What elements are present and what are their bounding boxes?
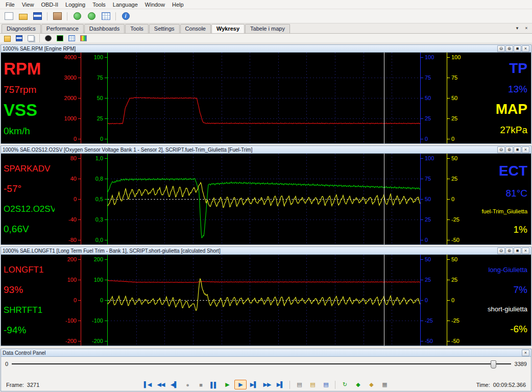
gauge-button[interactable] (43, 34, 54, 43)
tab-performance[interactable]: Performance (41, 24, 84, 33)
info-button[interactable] (119, 10, 132, 22)
log-new-button[interactable]: ▤ (293, 380, 305, 389)
axis-tick-label: 0,8 (95, 176, 103, 182)
axis-tick-label: 0,3 (95, 216, 103, 223)
slider-thumb[interactable] (491, 360, 496, 369)
channel-label-sparkadv: SPARKADV (4, 164, 50, 173)
tab-settings[interactable]: Settings (149, 24, 180, 33)
plot-area[interactable] (108, 53, 420, 143)
chart-panel-titlebar[interactable]: 1000% SAE.LONGFT1 [Long Term Fuel Trim -… (1, 247, 531, 255)
bookmark-button[interactable]: ◆ (352, 380, 364, 389)
tab-dashboards[interactable]: Dashboards (84, 24, 125, 33)
maximize-icon[interactable]: ■ (514, 248, 521, 254)
menu-window[interactable]: Window (141, 1, 168, 8)
axis-tick (105, 280, 107, 280)
copy-button[interactable] (26, 34, 36, 43)
close-icon[interactable]: × (522, 248, 529, 254)
frame-label: Frame: (6, 382, 24, 388)
close-icon[interactable]: × (522, 45, 529, 52)
chart-panel-titlebar[interactable]: 1000% SAE.RPM [Engine RPM] ⊖⊕■× (1, 45, 531, 53)
zoom-out-icon[interactable]: ⊖ (497, 146, 505, 153)
gear2-button[interactable] (85, 10, 98, 22)
new-button[interactable] (2, 10, 15, 22)
tab-tools[interactable]: Tools (125, 24, 149, 33)
tab-scroll-icon[interactable]: ▾ (513, 24, 521, 32)
menu-obd-ii[interactable]: OBD-II (37, 1, 62, 8)
save-button[interactable] (31, 10, 44, 22)
zoom-in-icon[interactable]: ⊕ (505, 45, 513, 52)
chart-canvas[interactable] (108, 53, 420, 143)
close-icon[interactable]: × (522, 146, 529, 153)
open-button[interactable] (2, 34, 13, 43)
fast-forward-button[interactable]: ▶▶ (261, 380, 273, 389)
step-forward-button[interactable]: ▶▌ (248, 380, 260, 389)
pause-button[interactable]: ▌▌ (208, 380, 220, 389)
gear1-button[interactable] (70, 10, 84, 22)
close-icon[interactable]: × (522, 350, 529, 356)
axis-tick-label: -80 (68, 237, 77, 243)
zoom-in-icon[interactable]: ⊕ (505, 146, 513, 153)
axis-tick (421, 280, 423, 280)
axis-tick (421, 321, 423, 321)
log-save-button[interactable]: ▤ (320, 380, 332, 389)
tab-wykresy[interactable]: Wykresy (211, 24, 245, 33)
skip-start-button[interactable]: ▌◀ (141, 380, 154, 389)
chart-canvas[interactable] (108, 154, 420, 244)
axis-tick-label: 40 (70, 176, 77, 182)
table-button[interactable] (66, 34, 77, 43)
meter-button[interactable] (51, 10, 64, 22)
grid-button[interactable] (99, 10, 112, 22)
copy-icon (28, 35, 34, 41)
tab-tabele-i-mapy[interactable]: Tabele i mapy (245, 24, 290, 33)
fast-rewind-button[interactable]: ◀◀ (155, 380, 167, 389)
plot-area[interactable] (108, 154, 420, 244)
toolbar-separator (39, 34, 40, 42)
chart-panel-fueltrim-longshort: 1000% SAE.LONGFT1 [Long Term Fuel Trim -… (1, 247, 531, 346)
save-button[interactable] (14, 34, 25, 43)
zoom-out-icon[interactable]: ⊖ (497, 45, 505, 52)
export-button[interactable]: ▦ (378, 380, 391, 389)
axis-tick (447, 78, 450, 78)
play-button[interactable]: ▶ (234, 380, 247, 389)
save-icon (33, 12, 42, 20)
loop-button[interactable]: ↻ (338, 380, 351, 389)
play-slow-button[interactable]: ▶ (221, 380, 233, 389)
maximize-icon[interactable]: ■ (514, 146, 521, 153)
marker-button[interactable]: ◆ (365, 380, 377, 389)
timeline-slider[interactable] (12, 359, 511, 369)
record-button[interactable]: ● (181, 380, 194, 389)
step-back-button[interactable]: ◀▌ (168, 380, 180, 389)
axis-left-outer: 01000200030004000 (55, 53, 81, 143)
tab-diagnostics[interactable]: Diagnostics (2, 24, 41, 33)
axis-right-inner: 0255075100 (420, 154, 447, 244)
axis-tick-label: -50 (425, 338, 433, 344)
chart-button[interactable] (55, 34, 65, 43)
stop-button[interactable]: ■ (195, 380, 207, 389)
menu-file[interactable]: File (2, 1, 18, 8)
axis-tick (78, 158, 81, 159)
log-open-button[interactable]: ▤ (306, 380, 319, 389)
zoom-in-icon[interactable]: ⊕ (505, 248, 513, 254)
tab-console[interactable]: Console (180, 24, 211, 33)
channel-label-6: -6% (510, 324, 527, 334)
menu-logging[interactable]: Logging (62, 1, 89, 8)
tab-close-icon[interactable]: × (522, 24, 530, 32)
plot-area[interactable] (108, 255, 420, 346)
skip-end-button[interactable]: ▶▌ (274, 380, 286, 389)
zoom-out-icon[interactable]: ⊖ (497, 248, 505, 254)
tab-controls: ▾× (513, 24, 530, 33)
open-button[interactable] (16, 10, 30, 22)
axis-left-inner: -200-1000100200 (81, 255, 108, 346)
chart-panel-titlebar[interactable]: 1000% SAE.O2S12.O2SV [Oxygen Sensor Volt… (1, 146, 531, 154)
slider-min-label: 0 (5, 361, 8, 367)
menu-language[interactable]: Language (109, 1, 141, 8)
menu-help[interactable]: Help (168, 1, 187, 8)
dcp-titlebar[interactable]: Data Control Panel × (1, 349, 531, 357)
menu-view[interactable]: View (18, 1, 38, 8)
maximize-icon[interactable]: ■ (514, 45, 521, 52)
chart-canvas[interactable] (108, 255, 420, 346)
menu-tools[interactable]: Tools (89, 1, 109, 8)
axis-tick-label: 100 (451, 54, 461, 60)
axis-tick-label: -25 (451, 216, 460, 223)
palette-button[interactable] (78, 34, 89, 43)
